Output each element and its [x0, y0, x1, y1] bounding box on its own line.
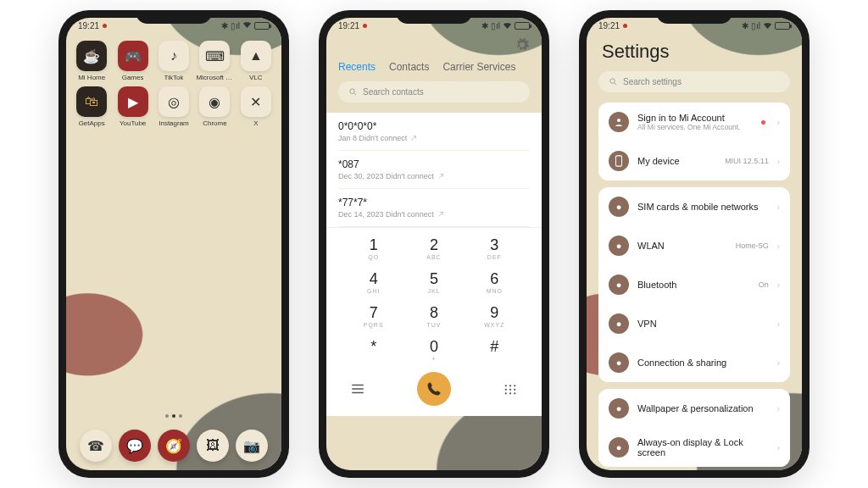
- messages-icon[interactable]: 💬: [119, 430, 151, 462]
- signin-item[interactable]: Sign in to Mi Account All Mi services. O…: [598, 103, 790, 141]
- share-icon: ●: [609, 352, 629, 373]
- settings-item[interactable]: ● SIM cards & mobile networks ›: [598, 187, 790, 226]
- dialkey[interactable]: #: [465, 338, 525, 362]
- settings-item-sub: All Mi services. One Mi Account.: [637, 123, 753, 131]
- app-icon[interactable]: ▲ VLC: [237, 41, 275, 81]
- settings-item-label: Always-on display & Lock screen: [637, 437, 769, 458]
- page-indicator: [66, 414, 281, 418]
- app-label: Microsoft SwiftKey ...: [196, 74, 233, 81]
- signal-icon: ▯ıl: [751, 21, 760, 30]
- dialpad-toggle-icon[interactable]: [503, 383, 518, 395]
- notification-dot-icon: [761, 120, 765, 125]
- browser-icon[interactable]: 🧭: [158, 430, 190, 462]
- device-icon: [609, 151, 629, 171]
- chevron-right-icon: ›: [777, 241, 780, 251]
- call-number: *087: [338, 158, 530, 170]
- app-icon[interactable]: 🛍 GetApps: [73, 86, 110, 127]
- dialkey[interactable]: 9 WXYZ: [465, 304, 525, 328]
- svg-point-6: [509, 389, 511, 391]
- app-icon[interactable]: ◎ Instagram: [155, 86, 192, 127]
- dialkey[interactable]: 3 DEF: [465, 236, 525, 260]
- phone-icon[interactable]: ☎: [80, 430, 112, 462]
- settings-item-label: Sign in to Mi Account: [637, 113, 753, 123]
- dialkey-digit: 6: [465, 270, 525, 288]
- chevron-right-icon: ›: [777, 118, 780, 127]
- dialpad: 1 QO2 ABC3 DEF4 GHI5 JKL6 MNO7 PQRS8 TUV…: [326, 227, 542, 362]
- app-label: Chrome: [203, 119, 226, 127]
- app-glyph-icon: ◉: [199, 86, 230, 117]
- dialkey[interactable]: 4 GHI: [343, 270, 403, 294]
- app-icon[interactable]: 🎮 Games: [114, 41, 151, 81]
- wifi-icon: ●: [609, 236, 629, 256]
- dialkey[interactable]: 1 QO: [343, 236, 403, 260]
- svg-rect-14: [616, 156, 622, 166]
- search-placeholder: Search contacts: [363, 87, 424, 97]
- settings-item[interactable]: ● VPN ›: [598, 304, 790, 343]
- call-button[interactable]: [417, 372, 451, 406]
- settings-item[interactable]: ● Connection & sharing ›: [598, 343, 790, 382]
- gallery-icon[interactable]: 🖼: [197, 430, 229, 462]
- tab-carrier[interactable]: Carrier Services: [442, 61, 515, 73]
- search-contacts[interactable]: Search contacts: [338, 81, 530, 103]
- settings-item-label: My device: [637, 156, 716, 166]
- app-glyph-icon: ✕: [241, 86, 271, 117]
- svg-point-4: [514, 385, 515, 386]
- tab-recents[interactable]: Recents: [338, 61, 376, 73]
- call-meta: Dec 14, 2023 Didn't connect: [338, 210, 530, 219]
- signal-icon: ▯ıl: [491, 21, 500, 30]
- dialkey-sub: PQRS: [343, 322, 403, 328]
- bluetooth-icon: ✱: [221, 21, 228, 30]
- app-icon[interactable]: ◉ Chrome: [196, 86, 233, 127]
- app-label: VLC: [249, 74, 263, 81]
- dialkey-digit: 5: [403, 270, 464, 288]
- app-icon[interactable]: ✕ X: [237, 86, 275, 127]
- menu-icon[interactable]: [350, 383, 365, 395]
- app-icon[interactable]: ☕ Mi Home: [73, 41, 110, 81]
- wifi-icon: [503, 22, 512, 30]
- settings-item[interactable]: ● Always-on display & Lock screen ›: [598, 428, 790, 467]
- gear-icon[interactable]: [515, 37, 530, 53]
- dialkey[interactable]: 5 JKL: [403, 270, 464, 294]
- dialkey-digit: 8: [403, 304, 464, 322]
- settings-item-label: VPN: [637, 319, 769, 329]
- my-device-item[interactable]: My device MIUI 12.5.11 ›: [598, 141, 790, 180]
- status-time: 19:21: [78, 21, 99, 30]
- app-glyph-icon: 🛍: [76, 86, 107, 117]
- dialkey-digit: 4: [343, 270, 403, 288]
- dialkey[interactable]: *: [343, 338, 403, 362]
- search-placeholder: Search settings: [623, 77, 682, 86]
- tab-contacts[interactable]: Contacts: [389, 61, 429, 73]
- app-label: TikTok: [164, 74, 184, 81]
- app-icon[interactable]: ⌨ Microsoft SwiftKey ...: [196, 41, 233, 81]
- search-settings[interactable]: Search settings: [598, 71, 790, 92]
- camera-icon[interactable]: 📷: [236, 430, 268, 462]
- svg-point-8: [505, 392, 507, 394]
- dialkey-sub: DEF: [465, 254, 525, 260]
- app-glyph-icon: 🎮: [118, 41, 148, 71]
- account-icon: [609, 112, 629, 132]
- dialkey[interactable]: 8 TUV: [403, 304, 464, 328]
- svg-line-12: [615, 83, 616, 85]
- call-item[interactable]: 0*0*0*0* Jan 8 Didn't connect: [338, 113, 530, 151]
- settings-item[interactable]: ● Wallpaper & personalization ›: [598, 389, 790, 428]
- call-list: 0*0*0*0* Jan 8 Didn't connect *087 Dec 3…: [326, 113, 542, 227]
- call-item[interactable]: *087 Dec 30, 2023 Didn't connect: [338, 151, 530, 189]
- svg-point-2: [505, 385, 507, 386]
- chevron-right-icon: ›: [777, 319, 780, 329]
- app-icon[interactable]: ▶ YouTube: [114, 86, 151, 127]
- settings-item[interactable]: ● WLAN Home-5G ›: [598, 226, 790, 265]
- dialkey[interactable]: 2 ABC: [403, 236, 464, 260]
- dialkey-digit: 3: [465, 236, 525, 254]
- call-item[interactable]: *77*7* Dec 14, 2023 Didn't connect: [338, 189, 530, 227]
- app-icon[interactable]: ♪ TikTok: [155, 41, 192, 81]
- svg-point-3: [509, 385, 511, 386]
- status-time: 19:21: [338, 21, 359, 30]
- settings-item[interactable]: ● Bluetooth On ›: [598, 265, 790, 304]
- dialkey-digit: 1: [343, 236, 403, 254]
- dialkey[interactable]: 6 MNO: [465, 270, 525, 294]
- dialkey-digit: 0: [403, 338, 464, 356]
- dialkey[interactable]: 7 PQRS: [343, 304, 403, 328]
- svg-point-9: [509, 392, 511, 394]
- app-glyph-icon: ▲: [241, 41, 271, 71]
- dialkey[interactable]: 0 +: [403, 338, 464, 362]
